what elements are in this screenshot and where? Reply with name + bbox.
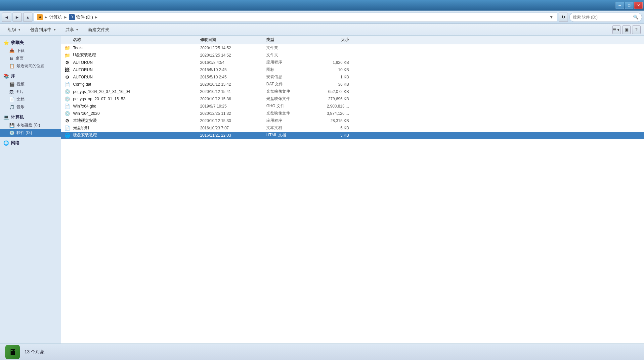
share-label: 共享 xyxy=(65,27,74,33)
file-date-cell: 2020/10/12 15:41 xyxy=(200,89,266,94)
table-row[interactable]: 📁U盘安装教程2020/12/25 14:52文件夹 xyxy=(61,52,644,59)
sidebar-item-music[interactable]: 🎵 音乐 xyxy=(0,103,61,111)
file-type-cell: DAT 文件 xyxy=(266,81,313,87)
new-folder-button[interactable]: 新建文件夹 xyxy=(84,25,114,34)
col-date-header[interactable]: 修改日期 xyxy=(200,37,266,43)
file-type-icon: 📄 xyxy=(64,81,70,87)
file-size-cell: 3 KB xyxy=(313,133,356,138)
file-name-cell: 本地硬盘安装 xyxy=(73,118,200,123)
desktop-icon: 🖥 xyxy=(9,56,14,61)
sidebar-header-library[interactable]: 📚 库 xyxy=(0,72,61,80)
address-path[interactable]: 🖥 ► 计算机 ► D 软件 (D:) ► ▼ xyxy=(34,13,557,22)
library-icon: 📚 xyxy=(3,73,9,79)
file-type-icon: 💿 xyxy=(64,89,70,95)
up-button[interactable]: ▲ xyxy=(23,13,32,22)
library-button[interactable]: 包含到库中 ▼ xyxy=(26,25,61,34)
file-icon-cell: 🖼 xyxy=(61,67,73,73)
new-folder-label: 新建文件夹 xyxy=(88,27,109,33)
sidebar-header-computer[interactable]: 💻 计算机 xyxy=(0,113,61,121)
table-row[interactable]: ⚙AUTORUN2015/5/10 2:45安装信息1 KB xyxy=(61,73,644,81)
file-date-cell: 2016/1/8 4:54 xyxy=(200,60,266,65)
table-row[interactable]: 🖼AUTORUN2015/5/10 2:45图标10 KB xyxy=(61,66,644,73)
file-type-cell: 应用程序 xyxy=(266,60,313,65)
file-type-icon: 🌐 xyxy=(64,132,70,138)
sidebar-item-download[interactable]: 📥 下载 xyxy=(0,47,61,55)
close-button[interactable]: ✕ xyxy=(634,2,643,9)
back-button[interactable]: ◄ xyxy=(2,13,11,22)
file-size-cell: 2,900,813 ... xyxy=(313,104,356,109)
sidebar-item-desktop[interactable]: 🖥 桌面 xyxy=(0,55,61,62)
table-row[interactable]: ⚙AUTORUN2016/1/8 4:54应用程序1,926 KB xyxy=(61,59,644,66)
file-icon-cell: 💿 xyxy=(61,96,73,102)
preview-pane-button[interactable]: ▣ xyxy=(622,25,631,34)
forward-button[interactable]: ► xyxy=(13,13,22,22)
file-name-cell: Tools xyxy=(73,46,200,50)
organize-button[interactable]: 组织 ▼ xyxy=(3,25,25,34)
col-type-header[interactable]: 类型 xyxy=(266,37,313,43)
sidebar-header-favorites[interactable]: ⭐ 收藏夹 xyxy=(0,38,61,47)
search-icon[interactable]: 🔍 xyxy=(633,15,638,20)
sidebar-item-document[interactable]: 📄 文档 xyxy=(0,96,61,103)
library-label: 包含到库中 xyxy=(30,27,52,33)
search-input[interactable] xyxy=(573,15,631,20)
drive-c-icon: 💾 xyxy=(9,123,15,128)
table-row[interactable]: 📁Tools2020/12/25 14:52文件夹 xyxy=(61,44,644,52)
sidebar-item-recent[interactable]: 📋 最近访问的位置 xyxy=(0,62,61,70)
refresh-button[interactable]: ↻ xyxy=(559,13,568,22)
search-box[interactable]: 🔍 xyxy=(569,13,642,22)
table-row[interactable]: 📄光盘说明2016/10/23 7:07文本文档5 KB xyxy=(61,124,644,132)
maximize-button[interactable]: □ xyxy=(625,2,633,9)
view-dropdown-button[interactable]: ☰▼ xyxy=(612,25,621,34)
drive-d-icon: 💿 xyxy=(9,130,15,135)
document-icon: 📄 xyxy=(9,97,15,102)
statusbar: 🖥 13 个对象 xyxy=(0,343,644,360)
file-name-cell: Win7x64_2020 xyxy=(73,111,200,116)
table-row[interactable]: 📄Config.dat2020/10/12 15:42DAT 文件36 KB xyxy=(61,81,644,88)
sidebar-item-picture[interactable]: 🖼 图片 xyxy=(0,88,61,96)
table-row[interactable]: 🌐硬盘安装教程2016/11/21 22:03HTML 文档3 KB xyxy=(61,132,644,139)
file-size-cell: 10 KB xyxy=(313,68,356,72)
organize-chevron: ▼ xyxy=(18,28,21,31)
help-button[interactable]: ? xyxy=(632,25,641,34)
table-row[interactable]: 💿pe_yqs_xp_20_07_31_15_532020/10/12 15:3… xyxy=(61,95,644,103)
col-name-header[interactable]: 名称 xyxy=(61,37,200,43)
picture-label: 图片 xyxy=(16,89,23,95)
addressbar: ◄ ► ▲ 🖥 ► 计算机 ► D 软件 (D:) ► ▼ ↻ 🔍 xyxy=(0,11,644,24)
file-type-cell: 文件夹 xyxy=(266,45,313,51)
sidebar-item-drive-c[interactable]: 💾 本地磁盘 (C:) xyxy=(0,121,61,129)
file-size-cell: 5 KB xyxy=(313,126,356,130)
favorites-label: 收藏夹 xyxy=(11,40,24,46)
table-row[interactable]: 📄Win7x64.gho2019/9/7 19:25GHO 文件2,900,81… xyxy=(61,103,644,110)
path-computer-icon: 🖥 xyxy=(37,14,43,20)
file-type-cell: 安装信息 xyxy=(266,74,313,80)
file-name-cell: pe_yqs_xp_20_07_31_15_53 xyxy=(73,97,200,101)
file-type-cell: 光盘映像文件 xyxy=(266,96,313,102)
table-row[interactable]: ⚙本地硬盘安装2020/10/12 15:30应用程序28,315 KB xyxy=(61,117,644,124)
sidebar-item-video[interactable]: 🎬 视频 xyxy=(0,80,61,88)
file-name-cell: Config.dat xyxy=(73,82,200,87)
sidebar-item-drive-d[interactable]: 💿 软件 (D:) xyxy=(0,129,61,137)
path-dropdown-arrow[interactable]: ▼ xyxy=(548,14,554,20)
file-type-cell: 文本文档 xyxy=(266,125,313,131)
col-size-header[interactable]: 大小 xyxy=(313,37,356,43)
share-chevron: ▼ xyxy=(76,28,79,31)
computer-label: 计算机 xyxy=(11,114,24,120)
music-label: 音乐 xyxy=(17,104,24,110)
file-date-cell: 2020/10/12 15:36 xyxy=(200,97,266,101)
table-row[interactable]: 💿Win7x64_20202020/12/25 11:32光盘映像文件3,874… xyxy=(61,110,644,117)
file-type-icon: ⚙ xyxy=(64,74,70,80)
file-date-cell: 2015/5/10 2:45 xyxy=(200,75,266,79)
table-row[interactable]: 💿pe_yqs_1064_20_07_31_16_042020/10/12 15… xyxy=(61,88,644,95)
file-size-cell: 1 KB xyxy=(313,75,356,79)
network-label: 网络 xyxy=(11,140,20,146)
drive-c-label: 本地磁盘 (C:) xyxy=(17,122,40,128)
sidebar-header-network[interactable]: 🌐 网络 xyxy=(0,139,61,147)
file-type-cell: 光盘映像文件 xyxy=(266,89,313,94)
file-type-icon: 💿 xyxy=(64,111,70,116)
share-button[interactable]: 共享 ▼ xyxy=(61,25,83,34)
toolbar-right: ☰▼ ▣ ? xyxy=(612,25,641,34)
drive-d-label: 软件 (D:) xyxy=(17,130,32,136)
file-type-cell: GHO 文件 xyxy=(266,103,313,109)
file-type-icon: 📁 xyxy=(64,52,70,58)
minimize-button[interactable]: ─ xyxy=(616,2,624,9)
